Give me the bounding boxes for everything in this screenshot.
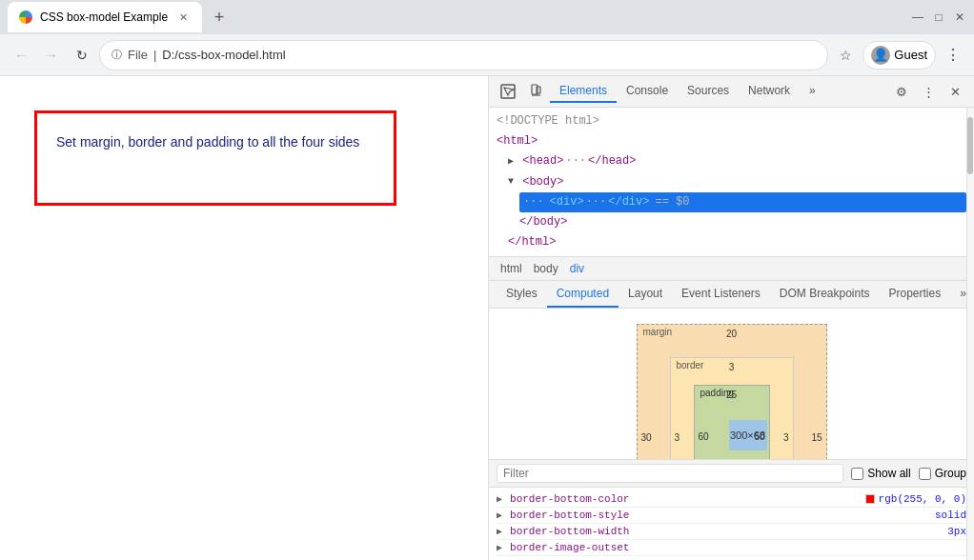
profile-label: Guest: [894, 48, 927, 62]
tab-network[interactable]: Network: [739, 80, 800, 103]
computed-panel: margin 20 15 40 30 border 3 3 3: [489, 309, 974, 459]
html-line-body-close: </body>: [519, 212, 966, 232]
active-tab[interactable]: CSS box-model Example ✕: [8, 2, 202, 32]
address-input-wrap[interactable]: ⓘ File | D:/css-box-model.html: [99, 40, 828, 70]
border-top-value: 3: [729, 362, 735, 372]
panel-tab-styles[interactable]: Styles: [497, 281, 547, 308]
devtools-inner: <!DOCTYPE html> <html> ▶ <head> ··· </he…: [489, 108, 974, 560]
breadcrumb-html[interactable]: html: [497, 260, 526, 277]
padding-top-value: 25: [726, 390, 737, 400]
padding-right-value: 50: [754, 431, 764, 442]
tab-close-button[interactable]: ✕: [175, 10, 191, 25]
color-swatch-red[interactable]: [865, 494, 875, 504]
css-prop-border-bottom-color: ▶ border-bottom-color rgb(255, 0, 0): [497, 491, 966, 508]
tab-console[interactable]: Console: [617, 80, 678, 103]
reload-button[interactable]: ↻: [69, 42, 95, 69]
panel-tabs: Styles Computed Layout Event Listeners D…: [489, 281, 974, 309]
tab-elements[interactable]: Elements: [550, 80, 617, 103]
inspect-icon[interactable]: [497, 80, 519, 103]
box-model-diagram: margin 20 15 40 30 border 3 3 3: [497, 316, 966, 459]
css-properties-list: ▶ border-bottom-color rgb(255, 0, 0) ▶ b…: [489, 488, 974, 560]
devtools-toolbar: Elements Console Sources Network » ⚙ ⋮ ✕: [489, 76, 974, 108]
tab-sources[interactable]: Sources: [678, 80, 739, 103]
minimize-button[interactable]: —: [911, 10, 924, 24]
group-checkbox[interactable]: [919, 468, 931, 480]
profile-button[interactable]: 👤 Guest: [862, 41, 936, 70]
browser-menu-button[interactable]: ⋮: [940, 42, 966, 69]
back-button[interactable]: ←: [8, 42, 34, 69]
maximize-button[interactable]: □: [932, 10, 945, 24]
breadcrumb-body[interactable]: body: [530, 260, 562, 277]
close-button[interactable]: ✕: [953, 10, 966, 24]
prop-name-border-image-outset: border-image-outset: [510, 542, 959, 553]
margin-right-value: 15: [811, 432, 822, 443]
group-label: Group: [935, 467, 966, 480]
group-checkbox-wrap: Group: [919, 467, 966, 480]
show-all-label: Show all: [867, 467, 910, 480]
prop-toggle-2[interactable]: ▶: [497, 510, 502, 521]
address-bar: ← → ↻ ⓘ File | D:/css-box-model.html ☆ 👤…: [0, 34, 974, 76]
css-prop-border-image-outset: ▶ border-image-outset: [497, 540, 966, 556]
filter-bar: Show all Group: [489, 459, 974, 488]
device-icon[interactable]: [523, 80, 546, 103]
prop-name-border-bottom-width: border-bottom-width: [510, 526, 940, 537]
bookmark-button[interactable]: ☆: [832, 42, 859, 69]
margin-box: margin 20 15 40 30 border 3 3 3: [637, 324, 827, 459]
tab-favicon: [19, 10, 32, 24]
border-right-value: 3: [783, 432, 789, 443]
prop-toggle-3[interactable]: ▶: [497, 526, 502, 537]
padding-box: padding 25 50 40 60 300×68: [694, 385, 770, 459]
prop-value-border-bottom-width: 3px: [947, 526, 966, 537]
prop-value-border-bottom-color: rgb(255, 0, 0): [865, 493, 966, 505]
prop-toggle[interactable]: ▶: [497, 493, 502, 505]
panel-tab-computed[interactable]: Computed: [547, 281, 619, 308]
browser-window: CSS box-model Example ✕ + — □ ✕ ← → ↻ ⓘ …: [0, 0, 974, 560]
main-area: Set margin, border and padding to all th…: [0, 76, 974, 560]
scrollbar-thumb[interactable]: [967, 117, 973, 174]
show-all-checkbox[interactable]: [851, 468, 863, 480]
prop-toggle-4[interactable]: ▶: [497, 542, 502, 553]
file-label: File: [128, 48, 148, 62]
css-prop-border-bottom-style: ▶ border-bottom-style solid: [497, 508, 966, 524]
devtools-tabs: Elements Console Sources Network »: [550, 80, 886, 103]
address-url: D:/css-box-model.html: [162, 48, 285, 62]
panel-tab-properties[interactable]: Properties: [880, 281, 951, 308]
margin-label: margin: [643, 327, 673, 337]
devtools-settings-icon[interactable]: ⚙: [890, 80, 913, 103]
panel-tab-event-listeners[interactable]: Event Listeners: [672, 281, 770, 308]
demo-box: Set margin, border and padding to all th…: [34, 110, 396, 206]
breadcrumb-div[interactable]: div: [566, 260, 588, 277]
new-tab-button[interactable]: +: [206, 4, 233, 30]
border-label: border: [677, 360, 704, 370]
filter-input[interactable]: [497, 464, 843, 483]
devtools-close-icon[interactable]: ✕: [944, 80, 966, 103]
devtools-right-controls: ⚙ ⋮ ✕: [890, 80, 966, 103]
panel-tab-layout[interactable]: Layout: [619, 281, 672, 308]
webpage-content: Set margin, border and padding to all th…: [0, 76, 488, 560]
html-line-doctype: <!DOCTYPE html>: [497, 111, 966, 131]
lock-icon: ⓘ: [112, 48, 122, 62]
border-box: border 3 3 3 padding 25 50 40: [670, 357, 794, 459]
css-prop-border-bottom-width: ▶ border-bottom-width 3px: [497, 524, 966, 540]
prop-name-border-bottom-color: border-bottom-color: [510, 493, 858, 505]
show-all-checkbox-wrap: Show all: [851, 467, 910, 480]
html-line-body[interactable]: ▼ <body>: [508, 172, 966, 192]
breadcrumb: html body div: [489, 257, 974, 281]
html-line-div-selected[interactable]: ··· <div> ··· </div> == $0: [519, 192, 966, 212]
panel-tab-dom-breakpoints[interactable]: DOM Breakpoints: [770, 281, 880, 308]
devtools-menu-icon[interactable]: ⋮: [917, 80, 940, 103]
address-bar-right: ☆ 👤 Guest ⋮: [832, 41, 966, 70]
forward-button[interactable]: →: [38, 42, 65, 69]
html-line-head[interactable]: ▶ <head> ··· </head>: [508, 151, 966, 171]
html-tree: <!DOCTYPE html> <html> ▶ <head> ··· </he…: [489, 108, 974, 257]
profile-icon: 👤: [871, 46, 890, 65]
devtools-panel: Elements Console Sources Network » ⚙ ⋮ ✕…: [488, 76, 974, 560]
tab-title: CSS box-model Example: [40, 10, 168, 24]
svg-rect-2: [537, 87, 540, 93]
demo-text: Set margin, border and padding to all th…: [56, 132, 375, 152]
margin-left-value: 30: [641, 432, 652, 443]
scrollbar-track[interactable]: [966, 108, 974, 560]
tab-more[interactable]: »: [800, 80, 825, 103]
prop-value-border-bottom-style: solid: [935, 510, 966, 521]
padding-left-value: 60: [699, 431, 709, 442]
